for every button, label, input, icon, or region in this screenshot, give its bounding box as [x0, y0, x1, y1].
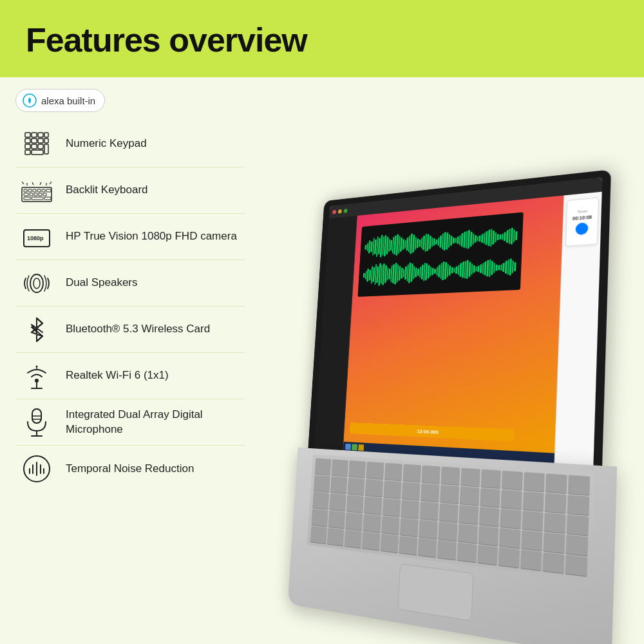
mini-timer: Timer 00:10:08 — [565, 197, 599, 246]
keyboard-key — [502, 471, 522, 490]
feature-row-microphone: Integrated Dual Array Digital Microphone — [15, 399, 245, 446]
svg-rect-14 — [32, 150, 43, 155]
svg-rect-13 — [25, 150, 30, 155]
waveform-bar — [511, 228, 513, 245]
svg-line-34 — [22, 182, 24, 184]
main-content: alexa built-in Numeric Keypad — [0, 77, 644, 644]
svg-rect-21 — [46, 189, 51, 192]
waveform-bar — [491, 261, 493, 275]
keyboard-key — [439, 503, 459, 522]
keyboard-key — [314, 475, 330, 493]
svg-rect-3 — [38, 133, 43, 137]
trackpad — [397, 564, 473, 621]
svg-rect-24 — [34, 193, 37, 196]
keyboard-key — [478, 526, 499, 546]
svg-line-31 — [32, 182, 33, 185]
alexa-label: alexa built-in — [41, 95, 95, 106]
keyboard-key — [478, 545, 498, 565]
svg-rect-27 — [24, 197, 30, 200]
keyboard-key — [544, 513, 565, 533]
waveform-bar — [429, 236, 431, 249]
waveform-bar — [449, 265, 451, 276]
keyboard-key — [542, 552, 564, 573]
waveform-bar — [402, 239, 404, 250]
keyboard-key — [362, 532, 380, 551]
keyboard-key — [315, 458, 332, 475]
keyboard-key — [420, 502, 439, 520]
svg-point-38 — [30, 274, 43, 292]
waveform-bar — [506, 230, 508, 243]
svg-rect-10 — [32, 144, 37, 149]
max-dot — [344, 209, 348, 213]
svg-rect-22 — [24, 193, 28, 196]
keyboard-key — [399, 536, 417, 555]
features-list: Numeric Keypad — [15, 121, 245, 492]
keyboard-key — [381, 516, 399, 535]
features-panel: alexa built-in Numeric Keypad — [0, 77, 251, 644]
svg-rect-1 — [25, 133, 30, 137]
screen-content: 12:00.000 — [343, 195, 564, 464]
waveform-bar — [475, 235, 477, 243]
keyboard-key — [418, 538, 437, 558]
noise-reduction-icon — [19, 454, 54, 484]
waveform-bar — [450, 236, 452, 246]
svg-rect-23 — [30, 193, 33, 196]
waveform-bar — [435, 240, 437, 245]
taskbar-icon-1 — [345, 444, 351, 450]
feature-row-bluetooth: Bluetooth® 5.3 Wireless Card — [15, 307, 245, 353]
keyboard-key — [565, 555, 587, 576]
keyboard-key — [401, 500, 419, 518]
waveform-bar — [497, 234, 499, 241]
keyboard-key — [500, 509, 521, 529]
numeric-keypad-icon — [19, 130, 54, 158]
keyboard-key — [567, 515, 589, 535]
keyboard-key — [523, 472, 544, 491]
keyboard-key — [501, 489, 522, 509]
feature-text-bluetooth: Bluetooth® 5.3 Wireless Card — [66, 322, 210, 337]
feature-row-wifi: Realtek Wi-Fi 6 (1x1) — [15, 353, 245, 399]
svg-rect-16 — [24, 189, 27, 192]
feature-row-numeric-keypad: Numeric Keypad — [15, 121, 245, 167]
keyboard-key — [345, 513, 363, 531]
keyboard-key — [460, 468, 480, 487]
svg-rect-18 — [33, 189, 36, 192]
waveform-bar — [481, 234, 483, 243]
waveform-bar — [457, 236, 459, 244]
waveform-bar — [477, 236, 478, 242]
keyboard-key — [480, 488, 501, 507]
waveform-row — [363, 254, 516, 287]
waveform-bar — [365, 245, 366, 250]
taskbar-icon-2 — [352, 444, 357, 450]
keyboard-key — [348, 460, 366, 478]
keyboard-key — [312, 492, 329, 509]
feature-text-numeric-keypad: Numeric Keypad — [66, 137, 147, 151]
keyboard-key — [440, 467, 460, 486]
keyboard-key — [567, 495, 590, 515]
feature-text-noise-reduction: Temporal Noise Reduction — [66, 462, 194, 477]
keyboard-key — [328, 511, 346, 529]
svg-rect-2 — [32, 133, 37, 137]
waveform-bar — [455, 266, 457, 274]
keyboard-key — [364, 497, 382, 515]
screen-app: 12:00.000 Timer 00:10:08 — [314, 192, 602, 467]
svg-point-39 — [33, 278, 40, 289]
laptop-outer: 12:00.000 Timer 00:10:08 — [298, 169, 611, 644]
waveform-bar — [502, 263, 504, 272]
keyboard-key — [419, 520, 438, 539]
waveform-bar — [500, 264, 502, 270]
keyboard-key — [438, 522, 457, 541]
timeline-bar: 12:00.000 — [350, 422, 515, 441]
feature-row-dual-speakers: Dual Speakers — [15, 260, 245, 307]
svg-rect-12 — [44, 144, 48, 154]
waveform-bar — [419, 240, 421, 247]
feature-text-dual-speakers: Dual Speakers — [66, 276, 138, 290]
laptop-image-panel: 12:00.000 Timer 00:10:08 — [251, 77, 644, 644]
dual-speakers-icon — [19, 269, 54, 298]
waveform-bar — [480, 264, 482, 273]
keyboard-key — [479, 507, 500, 526]
keyboard-key — [499, 528, 520, 548]
waveform-bar — [433, 238, 435, 246]
waveform-bar — [363, 273, 365, 278]
waveform-bar — [499, 234, 501, 240]
keyboard-key — [329, 493, 346, 511]
